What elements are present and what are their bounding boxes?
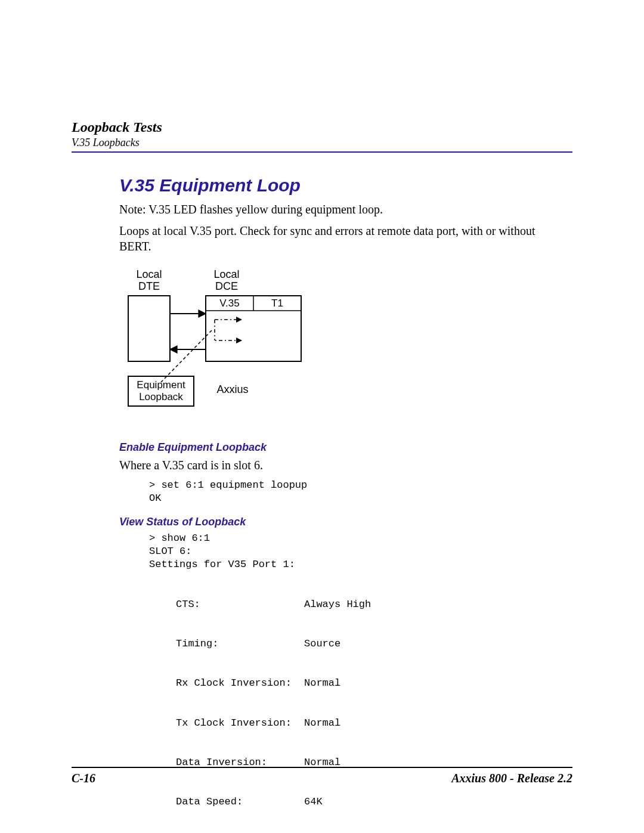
axxius-label: Axxius: [216, 383, 248, 395]
status-preamble: > show 6:1 SLOT 6: Settings for V35 Port…: [149, 532, 561, 571]
release-label: Axxius 800 - Release 2.2: [451, 772, 572, 785]
local-dce-label-2: DCE: [215, 280, 238, 292]
local-dte-label-2: DTE: [138, 280, 160, 292]
section-heading: V.35 Equipment Loop: [119, 175, 561, 196]
eq-loop-label-1: Equipment: [137, 379, 185, 391]
enable-where: Where a V.35 card is in slot 6.: [119, 457, 561, 473]
v35-label: V.35: [219, 298, 239, 309]
desc-text: Loops at local V.35 port. Check for sync…: [119, 223, 561, 254]
eq-loop-label-2: Loopback: [139, 391, 183, 402]
page-number: C-16: [72, 772, 95, 785]
status-row: CTS:Always High: [149, 598, 561, 611]
local-dce-label-1: Local: [213, 268, 239, 280]
status-rows: CTS:Always High Timing:Source Rx Clock I…: [149, 571, 561, 833]
footer-rule: [72, 767, 572, 768]
status-row: Rx Clock Inversion:Normal: [149, 677, 561, 690]
dte-box: [128, 296, 170, 361]
page-header: Loopback Tests V.35 Loopbacks: [72, 119, 572, 153]
header-subtitle: V.35 Loopbacks: [72, 137, 572, 149]
enable-heading: Enable Equipment Loopback: [119, 441, 561, 454]
page: Loopback Tests V.35 Loopbacks V.35 Equip…: [0, 0, 644, 833]
header-title: Loopback Tests: [72, 119, 572, 135]
enable-cmd: > set 6:1 equipment loopup OK: [149, 479, 561, 505]
view-heading: View Status of Loopback: [119, 516, 561, 528]
status-row: Tx Clock Inversion:Normal: [149, 717, 561, 730]
loopback-pointer: [161, 330, 212, 382]
content-area: V.35 Equipment Loop Note: V.35 LED flash…: [72, 175, 572, 833]
loopback-diagram: Local DTE Local DCE V.35 T1: [119, 266, 561, 423]
status-row: Timing:Source: [149, 637, 561, 651]
t1-label: T1: [271, 298, 283, 309]
note-text: Note: V.35 LED flashes yellow during equ…: [119, 202, 561, 217]
status-row: Data Speed:64K: [149, 795, 561, 809]
local-dte-label-1: Local: [136, 268, 162, 280]
header-rule: [72, 151, 572, 153]
page-footer: C-16 Axxius 800 - Release 2.2: [72, 762, 572, 785]
